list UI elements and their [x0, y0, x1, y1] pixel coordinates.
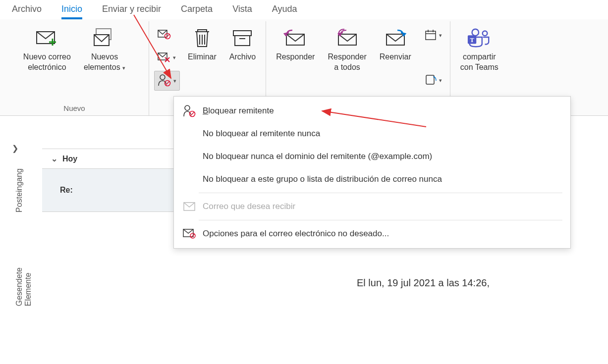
delete-stack: ▾ ▾	[154, 23, 180, 93]
block-sender-icon	[183, 104, 196, 117]
svg-point-25	[185, 105, 190, 110]
date-group-today[interactable]: ⌄ Hoy	[42, 149, 177, 169]
cleanup-button[interactable]: ▾	[154, 48, 180, 67]
new-items-button[interactable]: Nuevos elementos ▾	[79, 23, 130, 75]
menu-never-block-group[interactable]: No bloquear a este grupo o lista de dist…	[174, 168, 570, 191]
svg-rect-20	[426, 75, 434, 84]
archive-button[interactable]: Archivo	[224, 23, 261, 64]
mail-icon	[183, 200, 196, 213]
respond-extra-stack: ▾ ▾	[421, 23, 445, 93]
cleanup-icon	[157, 52, 171, 64]
chevron-down-icon: ▾	[173, 54, 176, 61]
reply-all-button[interactable]: Responder a todos	[323, 23, 371, 75]
new-items-icon	[92, 25, 117, 50]
tab-enviar-recibir[interactable]: Enviar y recibir	[102, 4, 161, 19]
forward-button[interactable]: Reenviar	[375, 23, 416, 64]
folder-sent[interactable]: Gesendete Elemente	[15, 267, 33, 306]
menu-junk-options[interactable]: Opciones para el correo electrónico no d…	[174, 222, 570, 245]
message-subject: Re:	[60, 186, 168, 195]
junk-options-icon	[183, 227, 196, 240]
message-list: ⌄ Hoy Re:	[42, 119, 177, 212]
chevron-down-icon: ⌄	[51, 154, 57, 163]
archive-icon	[230, 25, 255, 50]
device-icon	[424, 74, 437, 87]
reply-button[interactable]: Responder	[271, 23, 320, 64]
new-mail-button[interactable]: Nuevo correo electrónico	[18, 23, 76, 75]
tab-carpeta[interactable]: Carpeta	[181, 4, 213, 19]
ribbon-group-label-nuevo: Nuevo	[63, 104, 85, 112]
svg-text:T: T	[470, 37, 475, 44]
calendar-icon	[424, 29, 437, 42]
tab-archivo[interactable]: Archivo	[12, 4, 42, 19]
chevron-down-icon: ▾	[439, 32, 442, 39]
svg-point-21	[472, 29, 479, 36]
junk-dropdown-button[interactable]: ▾	[154, 71, 180, 91]
teams-icon: T	[467, 25, 492, 50]
ribbon-group-nuevo: Nuevo correo electrónico Nuevos elemento…	[0, 21, 149, 115]
reading-pane-timestamp: El lun, 19 jul 2021 a las 14:26,	[357, 277, 490, 289]
ignore-icon	[157, 29, 171, 41]
tab-ayuda[interactable]: Ayuda	[272, 4, 297, 19]
svg-rect-10	[233, 31, 251, 36]
chevron-down-icon: ▾	[173, 78, 176, 84]
chevron-down-icon: ▾	[122, 65, 125, 71]
new-mail-icon	[35, 25, 59, 50]
menu-never-block-domain[interactable]: No bloquear nunca el dominio del remiten…	[174, 145, 570, 168]
menu-never-block-sender[interactable]: No bloquear al remitente nunca	[174, 122, 570, 145]
menu-never-block-sender-label: No bloquear al remitente nunca	[203, 129, 320, 139]
menu-block-sender-label: loquear remitente	[208, 106, 274, 115]
svg-line-31	[191, 234, 195, 238]
junk-person-icon	[158, 74, 171, 88]
svg-point-22	[483, 31, 488, 36]
menu-separator	[199, 220, 562, 220]
tab-inicio[interactable]: Inicio	[61, 4, 82, 19]
expand-folder-pane-button[interactable]: ❯	[12, 144, 18, 153]
share-teams-button[interactable]: T compartir con Teams	[455, 23, 503, 75]
svg-rect-11	[235, 36, 250, 46]
junk-dropdown-menu: Bloquear remitente No bloquear al remite…	[173, 96, 571, 249]
menu-not-junk-label: Correo que desea recibir	[203, 202, 295, 211]
chevron-down-icon: ▾	[439, 77, 442, 84]
tab-vista[interactable]: Vista	[232, 4, 252, 19]
menu-separator	[199, 193, 562, 193]
menu-junk-options-label: Opciones para el correo electrónico no d…	[203, 229, 389, 239]
forward-icon	[383, 25, 408, 50]
ignore-button[interactable]	[154, 25, 180, 44]
reply-icon	[283, 25, 308, 50]
ribbon-tabs: Archivo Inicio Enviar y recibir Carpeta …	[0, 0, 608, 19]
reply-all-icon	[335, 25, 360, 50]
menu-not-junk: Correo que desea recibir	[174, 195, 570, 218]
svg-rect-16	[426, 31, 436, 40]
menu-never-block-group-label: No bloquear a este grupo o lista de dist…	[203, 174, 442, 184]
send-to-device-button[interactable]: ▾	[421, 71, 445, 90]
svg-line-5	[166, 34, 169, 38]
delete-button[interactable]: Eliminar	[183, 23, 221, 64]
message-item[interactable]: Re:	[42, 169, 177, 212]
folder-inbox[interactable]: Posteingang	[15, 168, 24, 212]
menu-block-sender[interactable]: Bloquear remitente	[174, 100, 570, 122]
menu-never-block-domain-label: No bloquear nunca el dominio del remiten…	[203, 152, 432, 161]
meeting-reply-button[interactable]: ▾	[421, 26, 445, 45]
svg-point-7	[160, 75, 165, 80]
trash-icon	[190, 25, 215, 50]
